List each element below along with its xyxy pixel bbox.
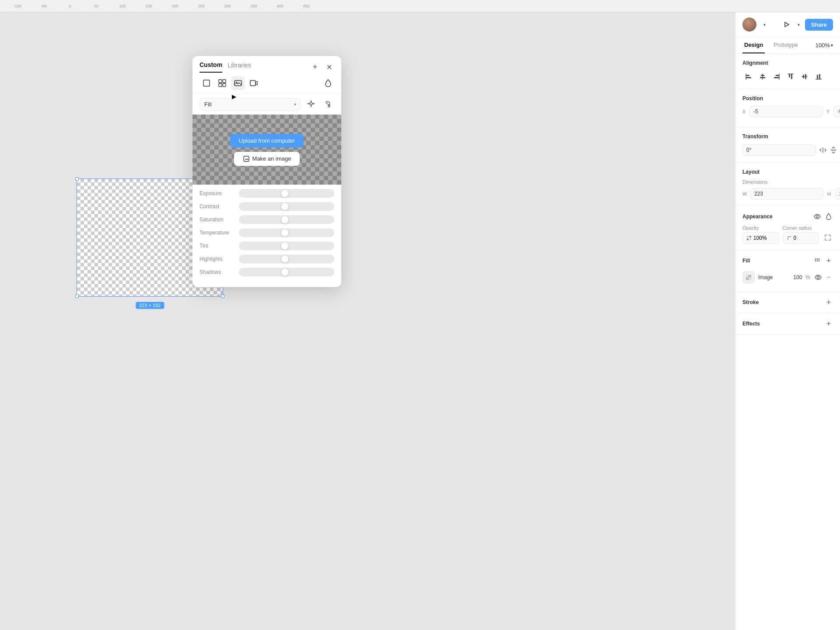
fill-add-icon[interactable]: + (824, 256, 833, 265)
stroke-title: Stroke (742, 299, 759, 305)
exposure-slider[interactable] (239, 189, 334, 198)
icon-rectangle[interactable] (200, 76, 214, 90)
opacity-col: Opacity 100% (742, 225, 779, 244)
zoom-level: 100% (816, 42, 830, 49)
highlights-slider[interactable] (239, 255, 334, 263)
x-label: X (742, 109, 748, 114)
drop-icon[interactable] (322, 77, 334, 89)
avatar[interactable] (742, 18, 756, 32)
fp-fill-row: Fill ▾ (192, 94, 341, 115)
align-right-button[interactable] (770, 70, 783, 83)
transform-angle-input[interactable] (742, 144, 816, 156)
y-input[interactable] (833, 106, 840, 117)
svg-rect-4 (223, 84, 226, 87)
slider-saturation: Saturation (200, 215, 334, 224)
effects-add-icon[interactable]: + (824, 319, 833, 328)
zoom-control[interactable]: 100% ▾ (816, 42, 833, 49)
fp-add-button[interactable]: + (310, 62, 320, 72)
tint-slider[interactable] (239, 242, 334, 250)
opacity-corner-row: Opacity 100% Corner radius (742, 225, 833, 244)
fp-image-preview[interactable]: Upload from computer Make an image (192, 115, 341, 185)
fill-percent-sign: % (805, 274, 810, 280)
dimensions-subtitle: Dimensions (742, 179, 833, 185)
fill-grid-icon[interactable] (813, 256, 822, 265)
floating-panel: Custom Libraries + ✕ (192, 56, 341, 287)
tab-design[interactable]: Design (742, 37, 765, 53)
opacity-input[interactable]: 100% (742, 232, 779, 244)
transform-row (742, 144, 833, 156)
share-button[interactable]: Share (805, 19, 833, 31)
width-input-group: W (742, 188, 824, 200)
upload-from-computer-button[interactable]: Upload from computer (230, 134, 304, 147)
ruler: -100 -50 0 50 100 150 200 250 300 350 40… (0, 0, 840, 12)
align-center-h-button[interactable] (756, 70, 769, 83)
fp-sliders: Exposure Contrast Saturation (192, 185, 341, 287)
fill-swatch[interactable] (742, 271, 755, 284)
layout-title: Layout (742, 169, 833, 175)
eye-icon[interactable] (813, 212, 822, 221)
svg-point-29 (816, 216, 819, 218)
corner-expand-icon[interactable] (822, 232, 833, 243)
svg-point-39 (819, 260, 820, 262)
height-input[interactable] (835, 188, 840, 200)
svg-rect-18 (789, 74, 790, 77)
fill-visibility-icon[interactable] (814, 273, 822, 282)
temperature-label: Temperature (200, 230, 234, 236)
align-bottom-button[interactable] (812, 70, 825, 83)
canvas-area[interactable]: 223 × 182 Custom Libraries + ✕ (0, 12, 735, 630)
align-center-v-button[interactable] (798, 70, 811, 83)
dimensions-row: W H (742, 188, 833, 200)
slider-contrast: Contrast (200, 202, 334, 211)
tab-prototype[interactable]: Prototype (772, 37, 800, 53)
flip-v-icon[interactable] (830, 144, 837, 156)
corner-radius-input[interactable]: 0 (783, 232, 819, 244)
fp-header-actions: + ✕ (310, 62, 334, 72)
highlights-label: Highlights (200, 256, 234, 262)
handle-top-left[interactable] (75, 177, 79, 181)
bucket-icon[interactable] (321, 98, 334, 111)
saturation-label: Saturation (200, 217, 234, 223)
tab-custom[interactable]: Custom (200, 61, 222, 73)
temperature-slider[interactable] (239, 228, 334, 237)
x-input[interactable] (749, 106, 823, 117)
tab-libraries[interactable]: Libraries (228, 62, 251, 72)
appearance-section: Appearance (735, 206, 840, 250)
sparkle-icon[interactable] (304, 98, 318, 111)
fill-item: Image 100 % − (742, 270, 833, 285)
svg-rect-30 (747, 236, 749, 238)
align-left-button[interactable] (742, 70, 755, 83)
align-top-button[interactable] (784, 70, 797, 83)
icon-grid[interactable] (215, 76, 229, 90)
fill-opacity-value: 100 (789, 274, 802, 280)
play-button[interactable] (780, 18, 793, 31)
ruler-marks: -100 -50 0 50 100 150 200 250 300 350 40… (0, 4, 840, 8)
make-an-image-button[interactable]: Make an image (234, 152, 300, 166)
saturation-slider[interactable] (239, 215, 334, 224)
corner-radius-value: 0 (794, 235, 797, 241)
stroke-add-icon[interactable]: + (824, 298, 833, 307)
position-inputs: X Y (742, 106, 833, 117)
play-dropdown-icon[interactable]: ▾ (794, 18, 803, 31)
slider-tint: Tint (200, 242, 334, 250)
fill-select[interactable]: Fill ▾ (200, 98, 301, 111)
appearance-actions (813, 212, 833, 221)
icon-image[interactable] (231, 76, 245, 90)
svg-rect-32 (747, 238, 749, 240)
slider-temperature: Temperature (200, 228, 334, 237)
drop-appearance-icon[interactable] (824, 212, 833, 221)
contrast-slider[interactable] (239, 202, 334, 211)
ruler-mark: 450 (293, 4, 319, 8)
avatar-dropdown-icon[interactable]: ▾ (760, 18, 769, 31)
width-input[interactable] (750, 188, 824, 200)
flip-h-icon[interactable] (819, 144, 826, 156)
panel-tabs: Design Prototype 100% ▾ (735, 37, 840, 54)
svg-rect-3 (219, 84, 222, 87)
h-label: H (827, 191, 833, 196)
handle-bottom-right[interactable] (221, 294, 224, 298)
fill-remove-icon[interactable]: − (824, 273, 833, 282)
icon-video[interactable] (247, 76, 261, 90)
shadows-slider[interactable] (239, 268, 334, 276)
fp-close-button[interactable]: ✕ (324, 62, 334, 72)
svg-rect-2 (223, 80, 226, 83)
handle-bottom-left[interactable] (75, 294, 79, 298)
